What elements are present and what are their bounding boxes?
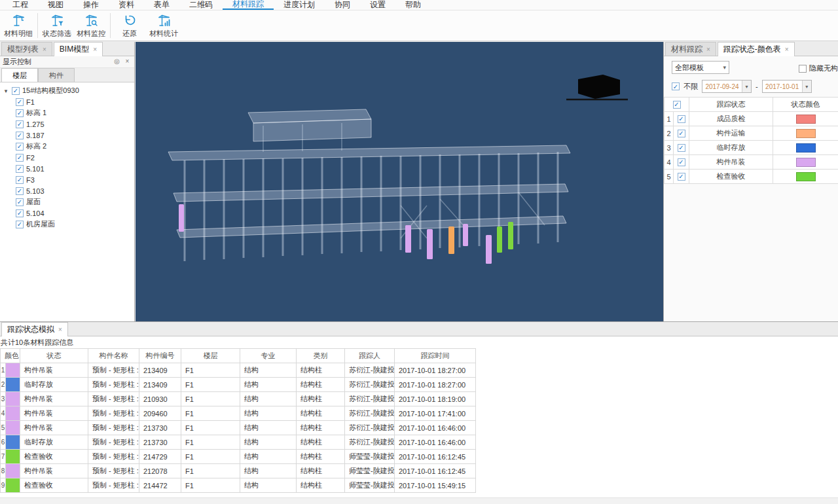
checkbox-checked[interactable]: ✓ [678, 115, 685, 123]
caret-down-icon[interactable]: ▾ [3, 88, 9, 94]
color-swatch[interactable] [796, 129, 816, 138]
menu-item[interactable]: 工程 [3, 0, 38, 10]
checkbox-checked[interactable]: ✓ [16, 176, 24, 184]
restore-button[interactable]: 还原 [113, 11, 147, 40]
checkbox-checked[interactable]: ✓ [16, 120, 24, 128]
status-color-cell [773, 170, 838, 184]
tab-tracking-status-colors[interactable]: 跟踪状态-颜色表 × [718, 42, 795, 56]
tracking-record-row[interactable]: 6 临时存放 预制 - 矩形柱 :... 213730 F1 结构 结构柱 苏衍… [1, 435, 476, 450]
checkbox-checked[interactable]: ✓ [16, 154, 24, 162]
tracking-record-row[interactable]: 4 构件吊装 预制 - 矩形柱 :... 209460 F1 结构 结构柱 苏衍… [1, 406, 476, 421]
tree-item[interactable]: ✓ 标高 2 [3, 141, 134, 152]
tree-item[interactable]: ✓ 机房屋面 [3, 219, 134, 230]
view-cube[interactable] [566, 75, 628, 99]
status-color-row[interactable]: 4 ✓ 构件吊装 [665, 155, 838, 170]
checkbox-checked[interactable]: ✓ [16, 165, 24, 173]
close-icon[interactable]: × [58, 326, 62, 333]
tracking-record-row[interactable]: 5 构件吊装 预制 - 矩形柱 :... 213730 F1 结构 结构柱 苏衍… [1, 421, 476, 435]
checkbox-checked[interactable]: ✓ [16, 209, 24, 217]
tracking-record-row[interactable]: 8 构件吊装 预制 - 矩形柱 :... 212078 F1 结构 结构柱 师莹… [1, 464, 476, 478]
3d-viewport[interactable] [136, 42, 663, 321]
checkbox-checked[interactable]: ✓ [16, 143, 24, 151]
tree-item[interactable]: ✓ 5.104 [3, 207, 134, 219]
tree-item[interactable]: ✓ 5.103 [3, 185, 134, 196]
tracking-record-row[interactable]: 1 构件吊装 预制 - 矩形柱 :... 213409 F1 结构 结构柱 苏衍… [1, 363, 476, 378]
status-color-row[interactable]: 3 ✓ 临时存放 [665, 141, 838, 155]
tree-item[interactable]: ✓ F2 [3, 152, 134, 163]
chevron-down-icon[interactable]: ▾ [802, 81, 811, 92]
material-statistics-button[interactable]: 材料统计 [147, 11, 181, 40]
checkbox-checked[interactable]: ✓ [16, 98, 24, 106]
subtab-components[interactable]: 构件 [38, 68, 75, 82]
date-to-picker[interactable]: 2017-10-01 ▾ [762, 80, 812, 93]
tab-tracking-status-simulation[interactable]: 跟踪状态模拟 × [1, 322, 68, 336]
menu-item[interactable]: 视图 [38, 0, 73, 10]
color-swatch[interactable] [796, 172, 816, 181]
checkbox-unchecked[interactable]: ✓ [799, 65, 807, 73]
menu-item[interactable]: 协同 [325, 0, 360, 10]
tracking-record-row[interactable]: 2 临时存放 预制 - 矩形柱 :... 213409 F1 结构 结构柱 苏衍… [1, 378, 476, 392]
checkbox-checked[interactable]: ✓ [12, 87, 20, 95]
tab-model-list[interactable]: 模型列表 × [1, 42, 52, 56]
checkbox-checked[interactable]: ✓ [16, 132, 24, 139]
category-cell: 结构柱 [297, 378, 345, 392]
close-icon[interactable]: × [93, 46, 97, 53]
material-detail-button[interactable]: 材料明细 [1, 11, 35, 40]
status-name: 临时存放 [689, 141, 773, 155]
float-icon[interactable]: ◎ [113, 58, 121, 66]
tab-material-tracking[interactable]: 材料跟踪 × [665, 42, 716, 56]
tab-bim-model[interactable]: BIM模型 × [54, 42, 103, 56]
horizontal-scrollbar[interactable] [0, 497, 838, 504]
checkbox-checked[interactable]: ✓ [672, 82, 680, 90]
checkbox-checked[interactable]: ✓ [678, 130, 685, 137]
left-panel-tabs: 模型列表 × BIM模型 × [0, 42, 134, 56]
tracking-record-row[interactable]: 9 检查验收 预制 - 矩形柱 :... 214472 F1 结构 结构柱 师莹… [1, 478, 476, 493]
tab-label: 跟踪状态模拟 [7, 324, 54, 335]
checkbox-checked[interactable]: ✓ [16, 187, 24, 195]
color-swatch[interactable] [796, 158, 816, 167]
template-select[interactable]: 全部模板 ▾ [672, 61, 729, 74]
material-monitor-button[interactable]: 材料监控 [74, 11, 108, 40]
select-all-checkbox[interactable]: ✓ [673, 101, 681, 109]
menu-item[interactable]: 设置 [360, 0, 395, 10]
subtab-floors[interactable]: 楼层 [1, 68, 38, 82]
tree-item[interactable]: ✓ 1.275 [3, 118, 134, 130]
chevron-down-icon[interactable]: ▾ [742, 81, 751, 92]
checkbox-checked[interactable]: ✓ [678, 173, 685, 181]
tracking-record-row[interactable]: 3 构件吊装 预制 - 矩形柱 :... 210930 F1 结构 结构柱 苏衍… [1, 392, 476, 406]
checkbox-checked[interactable]: ✓ [16, 198, 24, 206]
color-swatch[interactable] [796, 115, 816, 124]
menu-item[interactable]: 二维码 [179, 0, 223, 10]
status-name: 成品质检 [689, 112, 773, 126]
status-filter-button[interactable]: 状态筛选 [40, 11, 74, 40]
status-color-row[interactable]: 2 ✓ 构件运输 [665, 126, 838, 141]
color-swatch[interactable] [796, 143, 816, 153]
close-icon[interactable]: × [123, 58, 132, 66]
tree-item[interactable]: ✓ 5.101 [3, 163, 134, 174]
checkbox-checked[interactable]: ✓ [678, 158, 685, 166]
tree-item[interactable]: ✓ 标高 1 [3, 107, 134, 118]
close-icon[interactable]: × [785, 46, 789, 53]
status-color-row[interactable]: 1 ✓ 成品质检 [665, 112, 838, 126]
date-from-picker[interactable]: 2017-09-24 ▾ [702, 80, 752, 93]
checkbox-checked[interactable]: ✓ [16, 221, 24, 228]
tree-item[interactable]: ✓ 3.187 [3, 130, 134, 141]
close-icon[interactable]: × [43, 46, 46, 53]
tree-item[interactable]: ✓ F3 [3, 174, 134, 185]
menu-item[interactable]: 帮助 [395, 0, 431, 10]
tree-item[interactable]: ✓ 屋面 [3, 196, 134, 207]
checkbox-checked[interactable]: ✓ [16, 109, 24, 117]
close-icon[interactable]: × [706, 46, 710, 53]
tree-root[interactable]: ▾ ✓ 15#结构模型0930 [3, 85, 134, 96]
tracking-record-row[interactable]: 7 检查验收 预制 - 矩形柱 :... 214729 F1 结构 结构柱 师莹… [1, 450, 476, 464]
structure-slabs [168, 109, 570, 238]
menu-item[interactable]: 进度计划 [274, 0, 325, 10]
checkbox-checked[interactable]: ✓ [678, 144, 685, 152]
menu-item[interactable]: 资料 [109, 0, 144, 10]
menu-item[interactable]: 操作 [73, 0, 109, 10]
tree-item[interactable]: ✓ F1 [3, 96, 134, 107]
menu-item[interactable]: 材料跟踪 [223, 0, 274, 10]
component-code-cell: 210930 [139, 392, 181, 406]
menu-item[interactable]: 表单 [144, 0, 179, 10]
status-color-row[interactable]: 5 ✓ 检查验收 [665, 170, 838, 184]
